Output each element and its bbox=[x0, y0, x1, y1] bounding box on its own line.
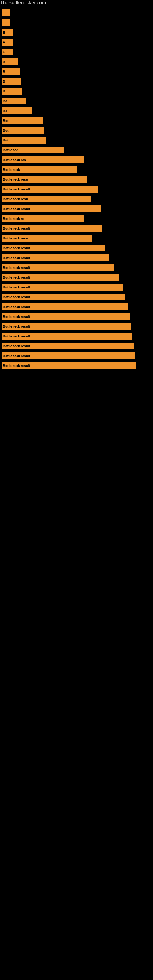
bar: Bottleneck result bbox=[2, 343, 134, 350]
bar-row bbox=[2, 18, 153, 27]
site-title: TheBottlenecker.com bbox=[0, 0, 153, 5]
bar: Bottleneck result bbox=[2, 294, 126, 301]
bar: Bottleneck result bbox=[2, 225, 102, 232]
bar-row: Bottleneck result bbox=[2, 322, 153, 331]
bar: Bottleneck result bbox=[2, 323, 131, 330]
bar bbox=[2, 10, 10, 16]
bar-label: Bottleneck result bbox=[3, 325, 30, 328]
bar-label: Bottleneck re bbox=[3, 217, 24, 221]
bar-row: Bo bbox=[2, 97, 153, 105]
bar-row: Bottleneck res bbox=[2, 156, 153, 164]
bar-row: Bottleneck result bbox=[2, 352, 153, 360]
bar: Bottleneck result bbox=[2, 313, 130, 320]
bar: B bbox=[2, 59, 18, 65]
bar-row: Bottleneck resu bbox=[2, 195, 153, 204]
bar: Bottleneck re bbox=[2, 215, 84, 222]
bar-row: B bbox=[2, 87, 153, 95]
bar-row: Bottleneck result bbox=[2, 342, 153, 350]
bar-label: Bottleneck result bbox=[3, 285, 30, 289]
bar-row: Bottleneck result bbox=[2, 205, 153, 213]
bar-label: B bbox=[3, 60, 5, 64]
bar-label: Bottlenec bbox=[3, 148, 18, 152]
bar: Bottleneck resu bbox=[2, 235, 92, 242]
bar-row: E bbox=[2, 48, 153, 56]
bar-label: E bbox=[3, 40, 5, 44]
bar: E bbox=[2, 49, 13, 56]
bar-row: Bottleneck result bbox=[2, 273, 153, 282]
bar-row: Bottleneck result bbox=[2, 244, 153, 252]
bar-row: Bottleneck result bbox=[2, 185, 153, 194]
bar-label: Bottleneck result bbox=[3, 305, 30, 309]
bar: Bott bbox=[2, 137, 46, 144]
bar: Bottleneck result bbox=[2, 264, 115, 271]
bar-row: Bottleneck result bbox=[2, 332, 153, 340]
bar: Bottleneck result bbox=[2, 333, 132, 340]
bar-label: Bottleneck result bbox=[3, 364, 30, 368]
bar-label: Bottleneck resu bbox=[3, 197, 28, 201]
bar: Bottleneck result bbox=[2, 186, 98, 192]
bar-label: Bottleneck resu bbox=[3, 178, 28, 181]
bar-label: B bbox=[3, 70, 5, 73]
bar-label: Bottleneck result bbox=[3, 266, 30, 269]
bar-label: Bo bbox=[3, 109, 7, 113]
bar: Bottleneck resu bbox=[2, 176, 87, 183]
bar-label: Bottleneck res bbox=[3, 158, 26, 162]
bar: Bottleneck resu bbox=[2, 196, 91, 202]
bar-label: E bbox=[3, 30, 5, 34]
bar: Bottleneck bbox=[2, 166, 77, 173]
bar-row: Bottleneck result bbox=[2, 283, 153, 291]
bar: E bbox=[2, 39, 13, 46]
bar-row: Bottleneck result bbox=[2, 263, 153, 272]
bar: Bottleneck result bbox=[2, 284, 123, 291]
bar-row: Bottleneck result bbox=[2, 302, 153, 311]
bar-row: Bottleneck bbox=[2, 165, 153, 174]
bar: Bott bbox=[2, 127, 45, 134]
bar: Bottlenec bbox=[2, 147, 64, 153]
bar-row: E bbox=[2, 28, 153, 37]
bar-label: Bottleneck result bbox=[3, 227, 30, 230]
bar: B bbox=[2, 88, 22, 95]
bar-row: Bott bbox=[2, 126, 153, 135]
bar-label: Bott bbox=[3, 138, 10, 142]
bar-row: Bottleneck result bbox=[2, 293, 153, 301]
bar-row: Bottleneck result bbox=[2, 361, 153, 370]
bar bbox=[2, 19, 10, 26]
bar-label: Bottleneck result bbox=[3, 334, 30, 338]
bar-row: B bbox=[2, 57, 153, 66]
bar-row: Bottlenec bbox=[2, 146, 153, 154]
bar-label: Bo bbox=[3, 99, 7, 103]
bar: Bottleneck result bbox=[2, 255, 109, 261]
bar-label: Bott bbox=[3, 129, 10, 132]
bar-label: B bbox=[3, 80, 5, 83]
bar-label: Bottleneck result bbox=[3, 275, 30, 279]
bar-row: Bottleneck result bbox=[2, 312, 153, 321]
bars-container: EEEBBBBBoBoBottBottBottBottlenecBottlene… bbox=[0, 5, 153, 371]
bar-label: Bottleneck result bbox=[3, 315, 30, 318]
bar: Bo bbox=[2, 98, 26, 105]
bar-row: Bottleneck result bbox=[2, 254, 153, 262]
bar-row: B bbox=[2, 77, 153, 86]
bar: Bottleneck result bbox=[2, 304, 128, 310]
bar: Bottleneck result bbox=[2, 274, 119, 281]
bar-row: B bbox=[2, 67, 153, 76]
bar-label: Bottleneck resu bbox=[3, 236, 28, 240]
bar-label: Bottleneck result bbox=[3, 344, 30, 348]
bar: Bottleneck res bbox=[2, 156, 84, 163]
bar-label: Bottleneck result bbox=[3, 207, 30, 211]
bar-row: Bottleneck re bbox=[2, 215, 153, 223]
bar: Bottleneck result bbox=[2, 205, 101, 212]
bar: B bbox=[2, 78, 21, 85]
bar: E bbox=[2, 29, 13, 36]
bar-row: Bottleneck resu bbox=[2, 234, 153, 243]
bar-row: E bbox=[2, 38, 153, 46]
bar-row: Bott bbox=[2, 136, 153, 145]
bar-row: Bottleneck resu bbox=[2, 175, 153, 184]
bar: Bottleneck result bbox=[2, 353, 135, 359]
bar: Bottleneck result bbox=[2, 362, 137, 369]
bar-row bbox=[2, 9, 153, 17]
bar-row: Bo bbox=[2, 107, 153, 115]
bar-label: Bottleneck result bbox=[3, 188, 30, 191]
bar: B bbox=[2, 68, 19, 75]
bar-label: Bottleneck result bbox=[3, 256, 30, 260]
bar-row: Bott bbox=[2, 116, 153, 125]
